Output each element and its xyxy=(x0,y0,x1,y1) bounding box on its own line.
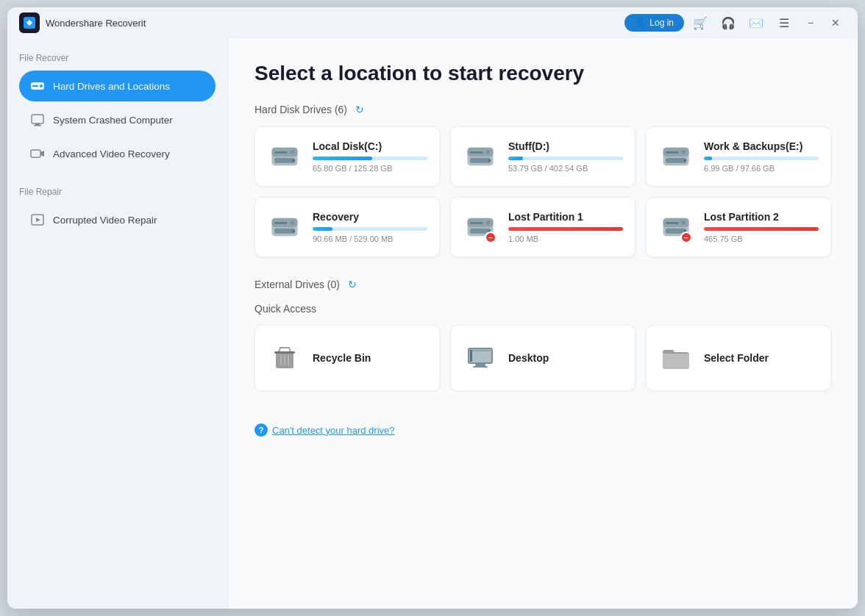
drive-name-e: Work & Backups(E:) xyxy=(704,140,819,152)
svg-point-32 xyxy=(293,230,296,233)
drive-size-recovery: 90.66 MB / 529.00 MB xyxy=(313,234,427,243)
svg-point-30 xyxy=(291,221,294,224)
drive-name-lp2: Lost Partition 2 xyxy=(704,211,819,223)
drive-card-lp2[interactable]: − Lost Partition 2 465.75 GB xyxy=(646,197,831,257)
svg-point-14 xyxy=(293,160,296,162)
drive-info-d: Stuff(D:) 53.79 GB / 402.54 GB xyxy=(508,140,623,173)
desktop-icon xyxy=(463,340,498,376)
sidebar-item-corrupted-video[interactable]: Corrupted Video Repair xyxy=(19,204,216,235)
svg-rect-55 xyxy=(473,366,488,368)
cant-detect-label: Can't detect your hard drive? xyxy=(272,425,395,436)
quick-card-desktop[interactable]: Desktop xyxy=(450,325,636,391)
title-bar: Wondershare Recoverit 👤 Log in 🛒 🎧 ✉️ ☰ … xyxy=(7,7,858,38)
select-folder-icon xyxy=(658,340,694,376)
drive-info-e: Work & Backups(E:) 6.99 GB / 97.66 GB xyxy=(704,140,819,173)
drive-card-e[interactable]: Work & Backups(E:) 6.99 GB / 97.66 GB xyxy=(646,126,831,187)
drive-info-lp2: Lost Partition 2 465.75 GB xyxy=(704,211,819,243)
drive-icon-d xyxy=(463,139,498,174)
app-title: Wondershare Recoverit xyxy=(46,18,146,29)
help-icon: ? xyxy=(254,423,268,437)
svg-point-18 xyxy=(486,150,490,154)
system-crashed-icon xyxy=(29,112,46,128)
svg-rect-31 xyxy=(274,229,295,234)
content-area: Select a location to start recovery Hard… xyxy=(228,38,858,609)
error-badge-lp1: − xyxy=(485,232,496,243)
drive-size-d: 53.79 GB / 402.54 GB xyxy=(508,164,623,173)
drive-icon-lp1: − xyxy=(463,209,498,245)
svg-rect-3 xyxy=(32,85,38,87)
recycle-bin-label: Recycle Bin xyxy=(313,352,371,364)
hard-disk-section-label: Hard Disk Drives (6) xyxy=(254,104,347,115)
svg-rect-23 xyxy=(666,151,679,154)
user-icon: 👤 xyxy=(635,18,646,28)
file-repair-label: File Repair xyxy=(19,187,216,197)
cant-detect-link[interactable]: ? Can't detect your hard drive? xyxy=(254,423,831,437)
drive-icon-lp2: − xyxy=(658,209,694,245)
drive-name-recovery: Recovery xyxy=(313,211,427,223)
svg-rect-17 xyxy=(470,151,483,154)
svg-rect-6 xyxy=(34,125,41,126)
svg-rect-53 xyxy=(470,350,472,362)
corrupted-video-icon xyxy=(29,212,46,228)
drive-card-lp1[interactable]: − Lost Partition 1 1.00 MB xyxy=(450,197,636,257)
login-button[interactable]: 👤 Log in xyxy=(624,14,684,32)
hard-disk-refresh-icon[interactable]: ↻ xyxy=(353,103,366,116)
page-title: Select a location to start recovery xyxy=(254,62,831,85)
close-button[interactable]: ✕ xyxy=(825,12,846,33)
drives-grid: Local Disk(C:) 65.80 GB / 125.28 GB xyxy=(254,126,831,257)
title-bar-left: Wondershare Recoverit xyxy=(19,12,146,33)
drive-card-d[interactable]: Stuff(D:) 53.79 GB / 402.54 GB xyxy=(450,126,636,187)
external-drives-label: External Drives (0) xyxy=(254,279,340,290)
drive-info-c: Local Disk(C:) 65.80 GB / 125.28 GB xyxy=(313,140,427,173)
drive-card-c[interactable]: Local Disk(C:) 65.80 GB / 125.28 GB xyxy=(254,126,440,187)
quick-access-grid: Recycle Bin Desktop xyxy=(254,325,831,391)
drive-icon-c xyxy=(267,139,302,174)
svg-point-36 xyxy=(486,221,490,224)
advanced-video-label: Advanced Video Recovery xyxy=(53,148,170,160)
hard-drives-label: Hard Drives and Locations xyxy=(53,81,170,92)
svg-rect-11 xyxy=(274,151,288,154)
sidebar-item-system-crashed[interactable]: System Crashed Computer xyxy=(19,104,216,135)
recycle-bin-icon xyxy=(267,340,302,376)
sidebar-item-hard-drives[interactable]: Hard Drives and Locations xyxy=(19,71,216,101)
menu-button[interactable]: ☰ xyxy=(772,11,796,35)
corrupted-video-label: Corrupted Video Repair xyxy=(53,215,157,226)
quick-access-section-header: Quick Access xyxy=(254,303,831,315)
svg-point-2 xyxy=(40,85,43,87)
drive-card-recovery[interactable]: Recovery 90.66 MB / 529.00 MB xyxy=(254,197,440,257)
svg-rect-25 xyxy=(666,158,686,163)
title-bar-right: 👤 Log in 🛒 🎧 ✉️ ☰ − ✕ xyxy=(624,11,846,35)
svg-rect-35 xyxy=(470,222,483,224)
quick-card-select-folder[interactable]: Select Folder xyxy=(646,325,831,391)
svg-rect-4 xyxy=(32,115,43,123)
sidebar-item-advanced-video[interactable]: Advanced Video Recovery xyxy=(19,138,216,169)
mail-button[interactable]: ✉️ xyxy=(744,11,768,35)
error-badge-lp2: − xyxy=(680,232,692,243)
drive-size-c: 65.80 GB / 125.28 GB xyxy=(313,164,427,173)
minimize-button[interactable]: − xyxy=(800,12,821,33)
hard-drives-icon xyxy=(29,78,46,94)
cart-button[interactable]: 🛒 xyxy=(688,11,712,35)
drive-size-lp2: 465.75 GB xyxy=(704,234,819,243)
drive-size-e: 6.99 GB / 97.66 GB xyxy=(704,164,819,173)
svg-rect-5 xyxy=(35,123,40,125)
drive-name-lp1: Lost Partition 1 xyxy=(508,211,623,223)
quick-card-recycle-bin[interactable]: Recycle Bin xyxy=(254,325,440,391)
drive-name-c: Local Disk(C:) xyxy=(313,140,427,152)
headset-button[interactable]: 🎧 xyxy=(716,11,740,35)
hard-disk-section-header: Hard Disk Drives (6) ↻ xyxy=(254,103,831,116)
drive-size-lp1: 1.00 MB xyxy=(508,234,623,243)
svg-point-42 xyxy=(682,221,686,224)
quick-access-label: Quick Access xyxy=(254,303,316,315)
external-drives-refresh-icon[interactable]: ↻ xyxy=(346,278,359,291)
drive-info-recovery: Recovery 90.66 MB / 529.00 MB xyxy=(313,211,427,243)
select-folder-label: Select Folder xyxy=(704,352,769,364)
drive-name-d: Stuff(D:) xyxy=(508,140,623,152)
svg-rect-29 xyxy=(274,222,288,224)
svg-rect-52 xyxy=(470,350,491,351)
svg-rect-54 xyxy=(475,364,485,366)
desktop-label: Desktop xyxy=(508,352,549,364)
drive-icon-e xyxy=(658,139,694,174)
svg-point-12 xyxy=(291,150,294,154)
svg-rect-19 xyxy=(470,158,491,163)
